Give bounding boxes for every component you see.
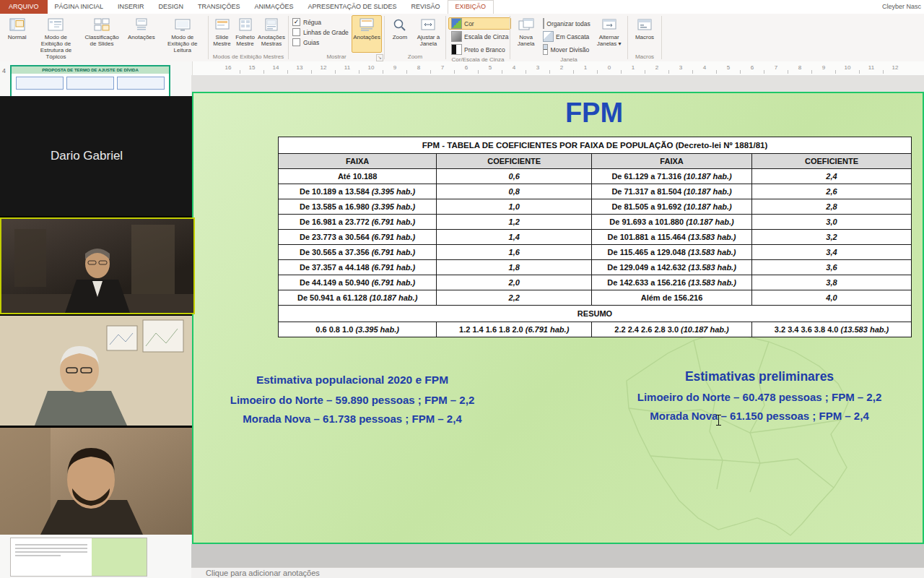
zoom-button[interactable]: Zoom bbox=[387, 15, 413, 53]
slide-master-button[interactable]: Slide Mestre bbox=[211, 15, 233, 53]
resumo-cell: 2.2 2.4 2.6 2.8 3.0 (10.187 hab.) bbox=[592, 322, 752, 337]
left-text-block[interactable]: Estimativa populacional 2020 e FPM Limoe… bbox=[215, 374, 489, 431]
new-window-button[interactable]: Nova Janela bbox=[513, 15, 539, 56]
normal-view-icon bbox=[9, 18, 25, 33]
slide-title[interactable]: FPM bbox=[266, 98, 923, 129]
resumo-cell: 1.2 1.4 1.6 1.8 2.0 (6.791 hab.) bbox=[437, 322, 592, 337]
gridlines-checkbox[interactable]: Linhas de Grade bbox=[292, 28, 349, 36]
coefficient-cell: 2,6 bbox=[751, 184, 911, 199]
ruler-number: 4 bbox=[699, 64, 710, 71]
faixa-cell: De 81.505 a 91.692 (10.187 hab.) bbox=[592, 199, 752, 215]
normal-view-button[interactable]: Normal bbox=[2, 15, 32, 62]
group-label: Cor/Escala de Cinza bbox=[446, 56, 510, 61]
tab-design[interactable]: DESIGN bbox=[152, 0, 191, 14]
group-zoom: Zoom Ajustar à Janela Zoom bbox=[385, 14, 445, 61]
button-label: Cor bbox=[464, 20, 474, 27]
outline-view-icon bbox=[48, 18, 64, 33]
fpm-table-body: Até 10.1880,6De 61.129 a 71.316 (10.187 … bbox=[279, 169, 912, 306]
faixa-cell: De 129.049 a 142.632 (13.583 hab.) bbox=[592, 260, 752, 275]
switch-windows-button[interactable]: Alternar Janelas ▾ bbox=[593, 15, 625, 56]
participant-video-frame bbox=[1, 219, 193, 313]
video-tile-3[interactable] bbox=[0, 428, 192, 535]
account-name[interactable]: Cleyber Nasc bbox=[879, 0, 924, 14]
fit-to-window-button[interactable]: Ajustar à Janela bbox=[414, 15, 443, 53]
ruler-tick bbox=[359, 70, 359, 74]
checkbox-checked-icon: ✓ bbox=[292, 18, 300, 26]
ruler-number: 13 bbox=[295, 64, 305, 71]
ruler-tick bbox=[835, 70, 836, 74]
ruler-tick bbox=[287, 70, 288, 74]
arrange-all-button[interactable]: Organizar todas bbox=[540, 17, 592, 30]
notes-toggle-button[interactable]: Anotações bbox=[352, 15, 382, 53]
slide-sorter-button[interactable]: Classificação de Slides bbox=[80, 15, 124, 62]
black-white-button[interactable]: Preto e Branco bbox=[448, 43, 511, 56]
ruler-number: 0 bbox=[604, 64, 614, 71]
video-tile-2[interactable] bbox=[0, 316, 192, 426]
handout-master-button[interactable]: Folheto Mestre bbox=[234, 15, 256, 53]
faixa-cell: De 23.773 a 30.564 (6.791 hab.) bbox=[279, 230, 437, 245]
ruler-tick bbox=[454, 70, 455, 74]
group-presentation-views: Normal Modo de Exibição de Estrutura de … bbox=[0, 14, 208, 61]
guides-checkbox[interactable]: Guias bbox=[292, 38, 349, 46]
grayscale-button[interactable]: Escala de Cinza bbox=[448, 30, 511, 43]
outline-view-button[interactable]: Modo de Exibição de Estrutura de Tópicos bbox=[32, 15, 79, 62]
button-label: Nova Janela bbox=[514, 35, 538, 48]
tab-transicoes[interactable]: TRANSIÇÕES bbox=[191, 0, 248, 14]
button-label: Normal bbox=[8, 35, 27, 41]
ruler-tick bbox=[430, 70, 431, 74]
tab-apresentacao-de-slides[interactable]: APRESENTAÇÃO DE SLIDES bbox=[301, 0, 404, 14]
arrange-all-icon bbox=[543, 18, 544, 29]
macros-button[interactable]: Macros bbox=[630, 15, 659, 53]
button-label: Preto e Branco bbox=[464, 46, 505, 53]
participant-name-tile[interactable]: Dario Gabriel bbox=[0, 96, 192, 216]
ruler-number: 10 bbox=[842, 64, 853, 71]
ruler-number: 4 bbox=[509, 64, 519, 71]
notes-page-view-button[interactable]: Anotações bbox=[124, 15, 158, 62]
move-split-button[interactable]: Mover Divisão bbox=[540, 43, 592, 56]
right-text-block[interactable]: Estimativas preliminares Limoeiro do Nor… bbox=[618, 369, 901, 428]
slide-thumbnail-partial[interactable] bbox=[10, 538, 147, 577]
reading-view-button[interactable]: Modo de Exibição de Leitura bbox=[159, 15, 206, 62]
left-block-line: Morada Nova – 61.738 pessoas ; FPM – 2,4 bbox=[215, 413, 489, 425]
horizontal-ruler[interactable]: 161514131211109876543210123456789101112 bbox=[191, 61, 924, 76]
button-label: Organizar todas bbox=[546, 20, 590, 27]
ruler-number: 10 bbox=[366, 64, 376, 71]
zoom-icon bbox=[392, 18, 408, 33]
button-label: Slide Mestre bbox=[212, 35, 232, 48]
ruler-tick bbox=[335, 70, 336, 74]
slide-sorter-icon bbox=[94, 18, 110, 33]
tab-exibicao[interactable]: EXIBIÇÃO bbox=[448, 0, 494, 14]
powerpoint-window: ARQUIVO PÁGINA INICIAL INSERIR DESIGN TR… bbox=[0, 0, 924, 578]
tab-revisao[interactable]: REVISÃO bbox=[404, 0, 447, 14]
slide-master-icon bbox=[214, 18, 230, 33]
video-tile-active-speaker[interactable] bbox=[0, 217, 195, 314]
button-label: Ajustar à Janela bbox=[415, 35, 442, 48]
cascade-button[interactable]: Em Cascata bbox=[540, 30, 592, 43]
ruler-number: 3 bbox=[676, 64, 686, 71]
resumo-cell: 0.6 0.8 1.0 (3.395 hab.) bbox=[279, 322, 437, 337]
ruler-number: 9 bbox=[819, 64, 829, 71]
tab-animacoes[interactable]: ANIMAÇÕES bbox=[248, 0, 301, 14]
dialog-launcher-icon[interactable]: ↘ bbox=[376, 54, 383, 61]
ruler-tick bbox=[740, 70, 741, 74]
coefficient-cell: 1,0 bbox=[437, 199, 592, 215]
faixa-cell: De 101.881 a 115.464 (13.583 hab.) bbox=[592, 230, 752, 245]
resumo-cell: 3.2 3.4 3.6 3.8 4.0 (13.583 hab.) bbox=[751, 322, 911, 337]
tab-pagina-inicial[interactable]: PÁGINA INICIAL bbox=[48, 0, 111, 14]
ruler-tick bbox=[621, 70, 622, 74]
notes-master-button[interactable]: Anotações Mestras bbox=[257, 15, 286, 53]
ruler-number: 11 bbox=[866, 64, 876, 71]
right-block-title: Estimativas preliminares bbox=[618, 369, 901, 384]
fpm-table[interactable]: FPM - TABELA DE COEFICIENTES POR FAIXA D… bbox=[278, 137, 912, 337]
ruler-checkbox[interactable]: ✓Régua bbox=[292, 18, 349, 26]
notes-panel[interactable]: Clique para adicionar anotações bbox=[191, 567, 924, 578]
thumbnail-page bbox=[11, 538, 92, 576]
ruler-number: 9 bbox=[390, 64, 400, 71]
slide-canvas[interactable]: FPM FPM - TABELA DE COEFICIENTES POR FAI… bbox=[192, 92, 924, 544]
checkbox-label: Guias bbox=[303, 39, 319, 46]
color-button[interactable]: Cor bbox=[448, 17, 511, 30]
tab-inserir[interactable]: INSERIR bbox=[110, 0, 152, 14]
checkbox-empty-icon bbox=[292, 38, 300, 46]
button-label: Alternar Janelas ▾ bbox=[594, 35, 624, 48]
tab-arquivo[interactable]: ARQUIVO bbox=[0, 0, 48, 14]
